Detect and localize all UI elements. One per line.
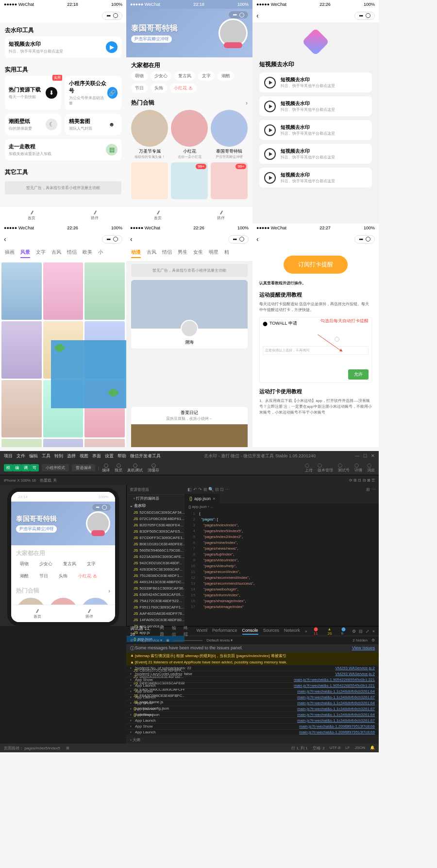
dt-subtab[interactable]: 输出 xyxy=(172,625,180,638)
more-icon[interactable]: ••• xyxy=(106,13,110,18)
tag-少女心[interactable]: 少女心 xyxy=(151,71,171,81)
file-item[interactable]: JS 63654245C3093CAF05... xyxy=(127,591,185,598)
file-item[interactable]: JS 7512B38DC63E48DF1... xyxy=(127,573,185,579)
close-icon[interactable]: × xyxy=(372,629,375,634)
album-tile[interactable] xyxy=(131,162,168,199)
console-log[interactable]: ›App Showmain.js?t=wechat&s-1.1c348dbfb9… xyxy=(126,712,379,718)
editor[interactable]: ◧ ↶ ↷ ⊞ 🔍 ⊟ ⊡ ⋯⊞ ⋯ {}app.json× {} app.js… xyxy=(185,485,379,626)
tab-精[interactable]: 精 xyxy=(224,249,229,258)
file-item[interactable]: JS 44912413C63E48BFDC... xyxy=(127,579,185,585)
tab-女生[interactable]: 女生 xyxy=(193,249,203,258)
action-清缓存[interactable]: ◯清缓存 xyxy=(148,463,159,473)
radio-icon[interactable] xyxy=(335,337,339,342)
tab-partner[interactable]: ///搭伴 xyxy=(189,207,252,224)
tag-文字[interactable]: 文字 xyxy=(83,559,100,569)
action-上传[interactable]: ◯上传 xyxy=(305,463,313,473)
action-版本管理[interactable]: ◯版本管理 xyxy=(318,463,333,473)
action-编译[interactable]: ◯编译 xyxy=(102,463,110,473)
menu-项目[interactable]: 项目 xyxy=(4,453,13,458)
wallpaper-thumb[interactable] xyxy=(1,321,42,379)
filter-input[interactable] xyxy=(173,640,202,641)
tool-hot-resources[interactable]: 实用 热门资源下载每天一个新技能 ⬇ xyxy=(5,76,61,110)
file-item[interactable]: JS B2D705FC63E48DFE4... xyxy=(127,522,185,528)
gear-icon[interactable]: ⚙ xyxy=(352,629,356,634)
wallpaper-thumb[interactable] xyxy=(84,262,125,320)
page-path[interactable]: 页面路径： pages/index5/index5 xyxy=(4,746,60,751)
close-icon[interactable] xyxy=(113,13,118,18)
tag-节日[interactable]: 节日 xyxy=(35,572,52,581)
wallpaper-thumb[interactable] xyxy=(1,262,42,320)
tab-home[interactable]: ///首页 xyxy=(0,207,63,224)
issues-banner[interactable]: ⓘSome messages have been moved to the Is… xyxy=(126,645,379,653)
file-item[interactable]: JS 4263DE5C3E3093CAF... xyxy=(127,566,185,573)
warn-count[interactable]: ▲ 26 xyxy=(326,627,337,636)
watermark-item[interactable]: 短视频去水印抖音、快手等其他平台都点这里 xyxy=(259,96,372,116)
file-item[interactable]: JS 14FA05C0C63E48DF80... xyxy=(127,617,185,623)
file-item[interactable]: JS B0E1D181C63E48DFEE... xyxy=(127,541,185,547)
tag-复古风[interactable]: 复古风 xyxy=(59,559,80,569)
explorer-open-editors[interactable]: › 打开的编辑器 xyxy=(127,495,185,502)
code-body[interactable]: 1{2 "pages": [3 "pages/index/index",4 "p… xyxy=(185,510,379,626)
console-log[interactable]: ›App Launchmain.js?t=wechat&s-1.1c348dbf… xyxy=(126,718,379,724)
menu-选择[interactable]: 选择 xyxy=(67,453,76,458)
console-log[interactable]: ›App Launchmain.js?t=wechat&s-1.90542268… xyxy=(126,683,379,689)
tab-风景[interactable]: 风景 xyxy=(20,249,30,258)
dock-icon[interactable]: ⊟ xyxy=(359,629,363,634)
tool-wallpaper[interactable]: 潮图壁纸你的屏保最爱 ☾ xyxy=(5,114,61,135)
outline-bar[interactable]: › 大纲 xyxy=(126,736,379,744)
file-item[interactable]: JS 50339FB61C3093CAF36... xyxy=(127,585,185,591)
console-log[interactable]: ›[system] No. of subpackages: 22VM293 WA… xyxy=(126,665,379,671)
wallpaper-thumb[interactable] xyxy=(43,439,84,447)
console-log[interactable]: ›[system] LazyCodeLoading: falseVM293 WA… xyxy=(126,671,379,677)
tag-小红花[interactable]: 小红花 ♨ xyxy=(74,572,101,581)
file-item[interactable]: JS 87CD0FF3C3093CAFE1... xyxy=(127,535,185,541)
tool-walk-tutorial[interactable]: 走一走教程加载失败请重新进入加载 ▤ xyxy=(5,139,121,160)
wallpaper-thumb[interactable] xyxy=(84,439,125,447)
panel-toggle-模拟器[interactable]: 模 xyxy=(4,464,13,471)
file-item[interactable]: JS 52C6D216C3093CAF34... xyxy=(127,509,185,516)
watermark-item[interactable]: 短视频去水印抖音、快手等其他平台都点这里 xyxy=(259,120,372,140)
tab-欧美[interactable]: 欧美 xyxy=(83,249,92,258)
tab-文字[interactable]: 文字 xyxy=(36,249,46,258)
dt-tab-Sources[interactable]: Sources xyxy=(263,628,279,635)
panel-toggle-调试器[interactable]: 调 xyxy=(21,464,30,471)
menu-设置[interactable]: 设置 xyxy=(105,453,114,458)
file-item[interactable]: JS 6223A3093C3093CAFE... xyxy=(127,554,185,560)
compile-select[interactable]: 普通编译 xyxy=(72,464,95,471)
view-issues-link[interactable]: View issues xyxy=(352,645,375,652)
back-icon[interactable]: ‹ xyxy=(256,12,259,19)
console-log[interactable]: ›App Launchmain.js?t=wechat&s-1.1c348dbf… xyxy=(126,694,379,700)
album-item[interactable]: 泰国哥哥特辑尹浩宇高卿尘冲呀 xyxy=(211,110,248,159)
menu-转到[interactable]: 转到 xyxy=(54,453,63,458)
capsule[interactable]: ••• xyxy=(228,235,249,243)
watermark-item[interactable]: 短视频去水印抖音、快手等其他平台都点这里 xyxy=(259,72,372,92)
back-icon[interactable]: ‹ xyxy=(4,235,6,243)
status-item[interactable]: 行 1, 列 1 xyxy=(291,746,308,751)
back-icon[interactable]: ‹ xyxy=(256,235,259,243)
back-icon[interactable]: ‹ xyxy=(130,235,133,243)
console-log[interactable]: ›App Showmain.js?t=wechat&s-1.1c348dbfb9… xyxy=(126,689,379,694)
wallpaper-thumb[interactable] xyxy=(1,380,42,437)
device-select[interactable]: iPhone X 100% 16 xyxy=(4,478,36,483)
tag-头饰[interactable]: 头饰 xyxy=(151,84,167,93)
dt-tab-Wxml[interactable]: Wxml xyxy=(197,628,208,635)
dt-tab-Console[interactable]: Console xyxy=(242,628,258,635)
tab-partner[interactable]: ///搭伴 xyxy=(63,207,126,224)
window-controls[interactable]: —☐✕ xyxy=(355,453,375,458)
levels-select[interactable]: Default levels ▾ xyxy=(206,638,233,642)
gear-icon[interactable]: ⚙ xyxy=(371,638,375,642)
tag-萌物[interactable]: 萌物 xyxy=(131,71,148,81)
capsule[interactable]: ••• xyxy=(102,235,122,243)
tool-remove-watermark[interactable]: 短视频去水印抖音、快手等其他平台都点这里 ▶ xyxy=(5,36,121,58)
more-icon[interactable]: › xyxy=(246,100,248,106)
tag-头饰[interactable]: 头饰 xyxy=(55,572,71,581)
editor-tab-appjson[interactable]: {}app.json× xyxy=(185,494,220,503)
action-消息[interactable]: ◯消息 xyxy=(367,463,375,473)
error-count[interactable]: ⬤ 11 xyxy=(312,627,323,636)
hidden-count[interactable]: 2 hidden xyxy=(353,638,368,642)
status-item[interactable]: LF xyxy=(345,746,350,751)
tag-复古风[interactable]: 复古风 xyxy=(174,71,195,81)
action-测试号[interactable]: ◯测试号 xyxy=(338,463,350,473)
menu-视图[interactable]: 视图 xyxy=(80,453,88,458)
album-tile[interactable]: 99+ xyxy=(171,162,208,199)
